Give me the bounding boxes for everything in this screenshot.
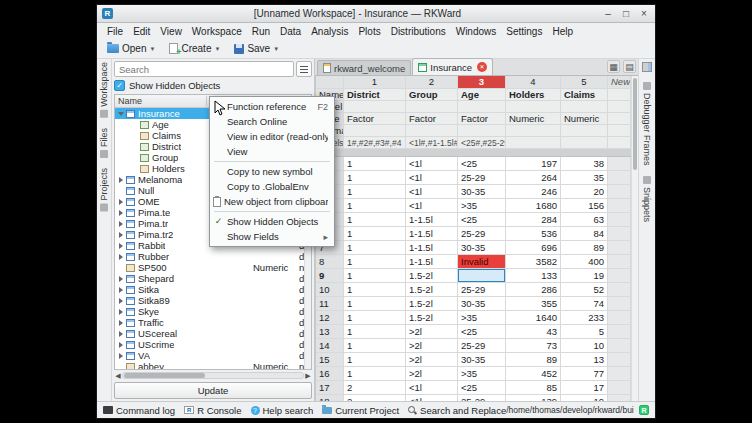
data-cell[interactable]: 1.5-2l — [406, 269, 458, 283]
tree-item-uscrime[interactable]: UScrimedata.frame — [115, 339, 311, 350]
table-scrollbar-thumb[interactable] — [633, 78, 637, 170]
data-cell[interactable]: 1 — [344, 311, 406, 325]
label-cell[interactable] — [458, 101, 506, 113]
data-cell[interactable]: 73 — [506, 339, 561, 353]
open-dropdown-icon[interactable]: ▼ — [149, 46, 155, 52]
menu-file[interactable]: File — [102, 25, 128, 38]
tree-item-traffic[interactable]: Trafficdata.frame — [115, 317, 311, 328]
data-cell[interactable]: 25-29 — [458, 283, 506, 297]
data-cell[interactable]: 30-35 — [458, 241, 506, 255]
data-cell[interactable]: 355 — [506, 297, 561, 311]
row-number[interactable]: 16 — [316, 367, 344, 381]
format-cell[interactable] — [561, 125, 608, 137]
data-cell[interactable]: 1-1.5l — [406, 213, 458, 227]
data-cell[interactable]: >2l — [406, 367, 458, 381]
tab-rkward-welcome[interactable]: rkward_welcome — [317, 60, 411, 75]
row-number[interactable]: 13 — [316, 325, 344, 339]
row-number[interactable]: 14 — [316, 339, 344, 353]
type-cell[interactable]: Factor — [344, 113, 406, 125]
menu-workspace[interactable]: Workspace — [187, 25, 247, 38]
column-header-5[interactable]: 5 — [561, 76, 608, 89]
expander-icon[interactable] — [117, 341, 125, 349]
expander-icon[interactable] — [117, 275, 125, 283]
menu-help[interactable]: Help — [547, 25, 578, 38]
data-cell[interactable]: 1 — [344, 255, 406, 269]
show-hidden-objects-row[interactable]: ✓ Show Hidden Objects — [114, 79, 312, 92]
data-cell[interactable]: 264 — [506, 171, 561, 185]
menu-run[interactable]: Run — [247, 25, 275, 38]
data-cell[interactable]: 1.5-2l — [406, 297, 458, 311]
statusbar-help-search[interactable]: Help search — [251, 405, 314, 416]
data-cell[interactable]: 197 — [506, 157, 561, 171]
context-item-new-object-from-clipboard[interactable]: New object from clipboard — [210, 194, 334, 209]
window-list-icon[interactable]: ▤ — [623, 60, 636, 73]
update-button[interactable]: Update — [114, 382, 312, 399]
data-cell[interactable]: 1 — [344, 269, 406, 283]
scroll-right-icon[interactable]: ▶ — [304, 372, 312, 380]
data-cell[interactable]: <25 — [458, 381, 506, 395]
data-cell[interactable]: 1 — [344, 353, 406, 367]
expander-icon[interactable] — [117, 220, 125, 228]
menu-plots[interactable]: Plots — [353, 25, 385, 38]
menu-analysis[interactable]: Analysis — [306, 25, 353, 38]
levels-cell[interactable]: <25#,#25-29#,#30-35#,#>35 — [458, 137, 506, 149]
save-button[interactable]: Save ▼ — [230, 42, 283, 55]
menu-windows[interactable]: Windows — [451, 25, 502, 38]
expander-icon[interactable] — [117, 330, 125, 338]
type-cell[interactable]: Factor — [458, 113, 506, 125]
dock-tab-snippets[interactable]: Snippets — [642, 176, 652, 222]
table-scrollbar[interactable] — [631, 76, 638, 401]
data-cell[interactable]: >35 — [458, 199, 506, 213]
row-number[interactable]: 9 — [316, 269, 344, 283]
data-cell[interactable]: 400 — [561, 255, 608, 269]
data-cell[interactable]: 89 — [561, 241, 608, 255]
format-cell[interactable] — [458, 125, 506, 137]
name-cell[interactable]: Claims — [561, 89, 608, 101]
data-cell[interactable]: 1-1.5l — [406, 227, 458, 241]
row-number[interactable]: 10 — [316, 283, 344, 297]
context-item-copy-to-globalenv[interactable]: Copy to .GlobalEnv — [210, 179, 334, 194]
data-cell[interactable]: 1 — [344, 199, 406, 213]
menu-edit[interactable]: Edit — [128, 25, 155, 38]
minimize-button[interactable]: – — [602, 8, 614, 20]
row-number[interactable]: 17 — [316, 381, 344, 395]
data-cell[interactable]: >2l — [406, 325, 458, 339]
data-cell[interactable]: 19 — [561, 269, 608, 283]
data-cell[interactable]: 25-29 — [458, 395, 506, 401]
data-cell[interactable]: 1.5-2l — [406, 283, 458, 297]
format-cell[interactable] — [344, 125, 406, 137]
data-cell[interactable]: 74 — [561, 297, 608, 311]
label-cell[interactable] — [561, 101, 608, 113]
levels-cell[interactable] — [561, 137, 608, 149]
data-cell[interactable]: 1 — [344, 241, 406, 255]
titlebar[interactable]: R [Unnamed Workspace] - Insurance — RKWa… — [97, 5, 655, 23]
expander-icon[interactable] — [117, 198, 125, 206]
expander-icon[interactable] — [117, 352, 125, 360]
expander-icon[interactable] — [117, 253, 125, 261]
data-cell[interactable]: 30-35 — [458, 353, 506, 367]
data-cell[interactable]: 536 — [506, 227, 561, 241]
levels-cell[interactable]: 1#,#2#,#3#,#4 — [344, 137, 406, 149]
data-cell[interactable]: 1.5-2l — [406, 311, 458, 325]
tree-item-shepard[interactable]: Sheparddata.frame — [115, 273, 311, 284]
data-cell[interactable]: <1l — [406, 171, 458, 185]
format-cell[interactable] — [506, 125, 561, 137]
row-number[interactable]: 11 — [316, 297, 344, 311]
menu-view[interactable]: View — [155, 25, 187, 38]
expander-icon[interactable] — [117, 319, 125, 327]
data-cell[interactable]: 52 — [561, 283, 608, 297]
data-cell[interactable]: 1 — [344, 325, 406, 339]
dock-tab-projects[interactable]: Projects — [99, 168, 109, 212]
menu-settings[interactable]: Settings — [501, 25, 547, 38]
format-cell[interactable] — [406, 125, 458, 137]
expander-icon[interactable] — [117, 286, 125, 294]
tree-item-sp500[interactable]: SP500Numericnumeric — [115, 262, 311, 273]
data-cell[interactable]: 17 — [561, 381, 608, 395]
data-cell[interactable]: <1l — [406, 381, 458, 395]
name-cell[interactable]: Holders — [506, 89, 561, 101]
type-cell[interactable]: Numeric — [506, 113, 561, 125]
data-cell[interactable]: 286 — [506, 283, 561, 297]
data-cell[interactable]: >2l — [406, 353, 458, 367]
tab-insurance[interactable]: Insurance✕ — [412, 58, 493, 75]
data-cell[interactable]: 452 — [506, 367, 561, 381]
